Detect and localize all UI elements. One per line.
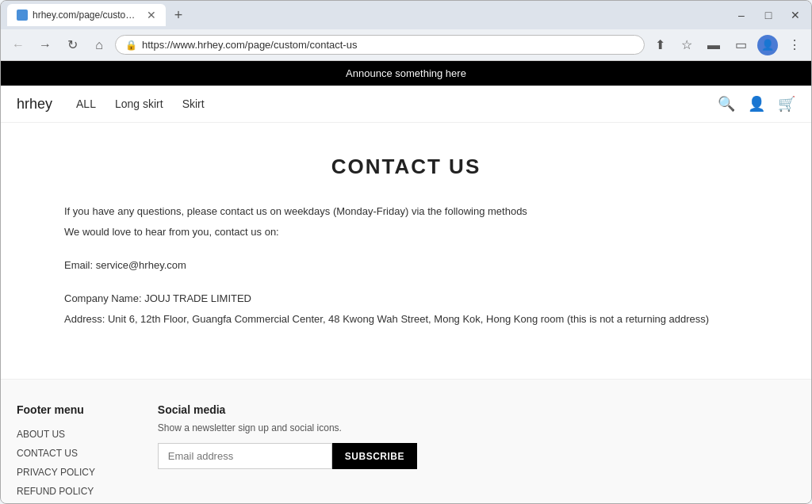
footer-social: Social media Show a newsletter sign up a…	[158, 403, 417, 503]
contact-intro-2: We would love to hear from you, contact …	[64, 223, 748, 241]
share-icon[interactable]: ⬆	[649, 35, 670, 55]
footer-link-refund[interactable]: REFUND POLICY	[17, 486, 94, 497]
footer-link-contact[interactable]: CONTACT US	[17, 448, 78, 459]
list-item: ABOUT US	[17, 427, 110, 440]
announcement-bar: Announce something here	[1, 61, 811, 86]
contact-body: If you have any questions, please contac…	[64, 203, 748, 328]
address-bar[interactable]: 🔒 https://www.hrhey.com/page/custom/cont…	[115, 35, 645, 55]
toolbar-right: ⬆ ☆ ▬ ▭ 👤 ⋮	[649, 35, 805, 55]
new-tab-button[interactable]: +	[167, 4, 190, 26]
page-title: CONTACT US	[64, 155, 748, 179]
cart-icon[interactable]: 🛒	[778, 95, 795, 113]
header-icons: 🔍 👤 🛒	[718, 95, 795, 113]
maximize-button[interactable]: □	[759, 6, 778, 25]
footer-menu: Footer menu ABOUT US CONTACT US PRIVACY …	[17, 403, 110, 503]
security-icon: 🔒	[125, 40, 137, 51]
email-input[interactable]	[158, 443, 332, 469]
sidebar-icon[interactable]: ▭	[730, 35, 751, 55]
close-button[interactable]: ✕	[786, 6, 805, 25]
list-item: REFUND POLICY	[17, 484, 110, 497]
subscribe-button[interactable]: SUBSCRIBE	[332, 443, 417, 469]
company-label: Company Name:	[64, 292, 142, 304]
browser-titlebar: hrhey.com/page/custom/contac... ✕ + – □ …	[1, 1, 811, 29]
bookmark-icon[interactable]: ☆	[676, 35, 697, 55]
footer-menu-list: ABOUT US CONTACT US PRIVACY POLICY REFUN…	[17, 427, 110, 503]
social-desc: Show a newsletter sign up and social ico…	[158, 422, 417, 433]
back-button[interactable]: ←	[7, 34, 29, 56]
tab-close-button[interactable]: ✕	[147, 9, 156, 21]
contact-email: Email: service@hrhey.com	[64, 257, 748, 274]
contact-address: Address: Unit 6, 12th Floor, Guangfa Com…	[64, 311, 748, 328]
footer-link-about[interactable]: ABOUT US	[17, 429, 65, 440]
list-item: PRIVACY POLICY	[17, 465, 110, 478]
email-value: service@hrhey.com	[96, 259, 186, 271]
address-value: Unit 6, 12th Floor, Guangfa Commercial C…	[108, 313, 709, 325]
tab-title: hrhey.com/page/custom/contac...	[33, 10, 142, 21]
minimize-button[interactable]: –	[732, 6, 751, 25]
site-footer: Footer menu ABOUT US CONTACT US PRIVACY …	[1, 379, 811, 503]
browser-toolbar: ← → ↻ ⌂ 🔒 https://www.hrhey.com/page/cus…	[1, 29, 811, 61]
browser-tabs: hrhey.com/page/custom/contac... ✕ +	[7, 4, 721, 26]
footer-link-privacy[interactable]: PRIVACY POLICY	[17, 467, 95, 478]
tab-favicon	[17, 10, 28, 21]
address-label: Address:	[64, 313, 105, 325]
company-value: JOUJ TRADE LIMITED	[144, 292, 251, 304]
contact-intro-1: If you have any questions, please contac…	[64, 203, 748, 220]
contact-company: Company Name: JOUJ TRADE LIMITED	[64, 290, 748, 307]
window-controls: – □ ✕	[732, 6, 805, 25]
site-nav: ALL Long skirt Skirt	[76, 97, 205, 110]
page-content: Announce something here hrhey ALL Long s…	[1, 61, 811, 503]
profile-button[interactable]: 👤	[757, 35, 778, 55]
home-button[interactable]: ⌂	[88, 34, 110, 56]
site-logo[interactable]: hrhey	[17, 96, 52, 113]
menu-button[interactable]: ⋮	[784, 35, 805, 55]
account-icon[interactable]: 👤	[748, 95, 765, 113]
announcement-text: Announce something here	[346, 67, 466, 79]
email-label: Email:	[64, 259, 93, 271]
active-tab[interactable]: hrhey.com/page/custom/contac... ✕	[7, 4, 166, 26]
nav-item-all[interactable]: ALL	[76, 97, 96, 110]
nav-item-skirt[interactable]: Skirt	[182, 97, 205, 110]
url-text: https://www.hrhey.com/page/custom/contac…	[142, 39, 634, 51]
social-heading: Social media	[158, 403, 417, 416]
list-item: CONTACT US	[17, 446, 110, 459]
search-icon[interactable]: 🔍	[718, 95, 735, 113]
extensions-icon[interactable]: ▬	[703, 35, 724, 55]
site-header: hrhey ALL Long skirt Skirt 🔍 👤 🛒	[1, 86, 811, 123]
nav-item-long-skirt[interactable]: Long skirt	[115, 97, 163, 110]
refresh-button[interactable]: ↻	[61, 34, 83, 56]
newsletter-form: SUBSCRIBE	[158, 443, 417, 469]
forward-button[interactable]: →	[34, 34, 56, 56]
main-content: CONTACT US If you have any questions, pl…	[1, 123, 811, 379]
footer-menu-heading: Footer menu	[17, 403, 110, 416]
